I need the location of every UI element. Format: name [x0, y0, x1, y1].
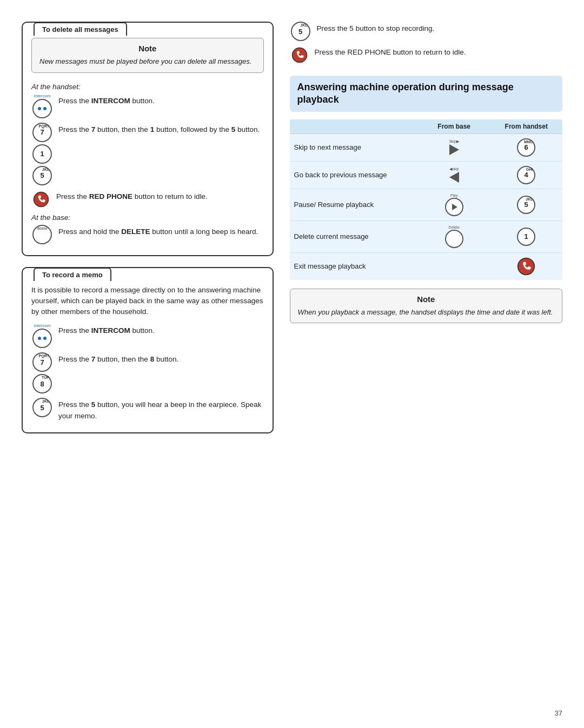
am-section-title: Answering machine operation during messa… — [297, 81, 555, 106]
seven-button[interactable]: PQR? 7 — [32, 123, 52, 142]
seven-sub-label: PQR? — [39, 124, 49, 128]
skip-next-base-icon: Skip▶ — [422, 139, 486, 155]
note-text-2: When you playback a message, the handset… — [298, 307, 554, 318]
page-number: 37 — [555, 709, 562, 717]
record-seven-button[interactable]: PQR? 7 — [32, 352, 52, 372]
delete-circle-icon — [445, 230, 463, 248]
triangle-right-icon — [449, 144, 459, 155]
one-button-del[interactable]: 1 — [517, 228, 535, 246]
delete-messages-box: To delete all messages Note New messages… — [22, 22, 274, 256]
note-box-1: Note New messages must be played before … — [31, 38, 264, 73]
record-five-icon: JKL 5 — [31, 398, 53, 417]
play-base-icon: Play — [422, 193, 486, 216]
intercom-circle[interactable] — [32, 99, 52, 118]
go-back-handset-btn: GHI 4 — [517, 166, 535, 184]
delete-circle[interactable]: delete — [32, 225, 52, 244]
record-seven-eight-row: PQR? 7 TUP 8 Press the 7 button, then th… — [31, 352, 264, 393]
skip-prev-base-icon: ◀skip — [422, 167, 486, 183]
note-box-2: Note When you playback a message, the ha… — [290, 289, 562, 324]
dot-right — [43, 107, 47, 110]
stop-red-phone-icon[interactable] — [290, 45, 309, 65]
stop-record-row: JKL 5 Press the 5 button to stop recordi… — [290, 22, 562, 41]
six-button[interactable]: MNO 6 — [517, 138, 535, 157]
red-phone-icon[interactable] — [31, 190, 51, 209]
five-sub-label: JKL — [42, 168, 49, 171]
table-cell-base-1: Skip▶ — [418, 133, 490, 161]
svg-point-3 — [518, 258, 535, 275]
one-button[interactable]: 1 — [32, 144, 52, 164]
table-cell-handset-5 — [490, 252, 562, 280]
table-cell-base-5 — [418, 252, 490, 280]
table-cell-desc-1: Skip to next message — [290, 133, 418, 161]
table-cell-handset-3: JKL 5 — [490, 189, 562, 221]
record-intercom-icon: Intercom — [31, 324, 53, 348]
record-dot-right — [43, 337, 47, 340]
table-cell-desc-3: Pause/ Resume playback — [290, 189, 418, 221]
red-phone-instr: Press the RED PHONE button to return to … — [56, 190, 264, 202]
table-cell-desc-4: Delete current message — [290, 221, 418, 252]
note-text-1: New messages must be played before you c… — [39, 56, 256, 67]
record-seven-eight-instr: Press the 7 button, then the 8 button. — [58, 352, 264, 365]
svg-marker-2 — [452, 204, 457, 210]
table-row: Delete current message Delete 1 — [290, 221, 562, 252]
skip-triangle — [449, 144, 459, 155]
record-seven-sub: PQR? — [39, 354, 49, 358]
record-five-button[interactable]: JKL 5 — [32, 398, 52, 417]
intercom-dots — [38, 107, 47, 110]
red-phone-row: Press the RED PHONE button to return to … — [31, 190, 264, 209]
record-intercom-label: Intercom — [34, 324, 50, 328]
delete-sub-label: delete — [37, 226, 47, 230]
record-eight-sub: TUP — [42, 376, 49, 379]
dot-left — [38, 107, 41, 110]
table-header-from-handset: From handset — [490, 119, 562, 134]
record-intercom-instr: Press the INTERCOM button. — [58, 324, 264, 336]
stop-five-icon: JKL 5 — [290, 22, 311, 41]
delete-msg-handset-btn: 1 — [517, 228, 535, 246]
record-box-tab: To record a memo — [34, 268, 111, 281]
table-row: Go back to previous message ◀skip GH — [290, 161, 562, 189]
delete-box-tab: To delete all messages — [34, 22, 127, 36]
intercom-row: Intercom Press the INTERCOM button. — [31, 94, 264, 118]
triangle-left-icon — [449, 172, 459, 183]
red-phone-svg — [33, 191, 49, 208]
stop-five-button[interactable]: JKL 5 — [291, 22, 310, 41]
record-intercom-dots — [38, 337, 47, 340]
record-five-sub: JKL — [42, 399, 49, 403]
table-cell-handset-1: MNO 6 — [490, 133, 562, 161]
exit-phone-svg — [517, 257, 535, 276]
record-five-row: JKL 5 Press the 5 button, you will hear … — [31, 398, 264, 422]
table-header-from-base: From base — [418, 119, 490, 134]
table-header-desc — [290, 119, 418, 134]
note-title-2: Note — [298, 295, 554, 304]
stop-phone-instr: Press the RED PHONE button to return to … — [315, 45, 562, 58]
table-cell-base-3: Play — [418, 189, 490, 221]
delete-button-row: delete Press and hold the DELETE button … — [31, 225, 264, 244]
record-memo-box: To record a memo It is possible to recor… — [22, 267, 274, 433]
record-intercom-circle[interactable] — [32, 329, 52, 348]
delete-hold-instr: Press and hold the DELETE button until a… — [58, 225, 264, 237]
intercom-instr: Press the INTERCOM button. — [58, 94, 264, 106]
at-base-label: At the base: — [31, 213, 264, 222]
at-handset-label: At the handset: — [31, 83, 264, 91]
delete-base-icon: Delete — [422, 225, 486, 248]
five-button-del[interactable]: JKL 5 — [32, 166, 52, 185]
record-intercom-row: Intercom Press the INTERCOM button. — [31, 324, 264, 348]
pause-handset-btn: JKL 5 — [517, 196, 535, 214]
skip-next-handset-btn: MNO 6 — [517, 138, 535, 157]
stop-five-sub: JKL — [300, 23, 307, 27]
record-eight-button[interactable]: TUP 8 — [32, 374, 52, 393]
record-dot-left — [38, 337, 41, 340]
four-button[interactable]: GHI 4 — [517, 166, 535, 184]
delete-button-icon: delete — [31, 225, 53, 244]
intercom-button-icon: Intercom — [31, 94, 53, 118]
exit-phone-container — [494, 257, 558, 276]
stop-record-section: JKL 5 Press the 5 button to stop recordi… — [290, 22, 562, 65]
table-row: Skip to next message Skip▶ MNO — [290, 133, 562, 161]
seven-one-five-icons: PQR? 7 1 JKL 5 — [31, 123, 53, 185]
record-five-instr: Press the 5 button, you will hear a beep… — [58, 398, 264, 422]
table-row: Exit message playback — [290, 252, 562, 280]
five-button-pause[interactable]: JKL 5 — [517, 196, 535, 214]
table-row: Pause/ Resume playback Play — [290, 189, 562, 221]
stop-red-phone-svg — [291, 47, 308, 63]
svg-point-0 — [34, 192, 49, 206]
